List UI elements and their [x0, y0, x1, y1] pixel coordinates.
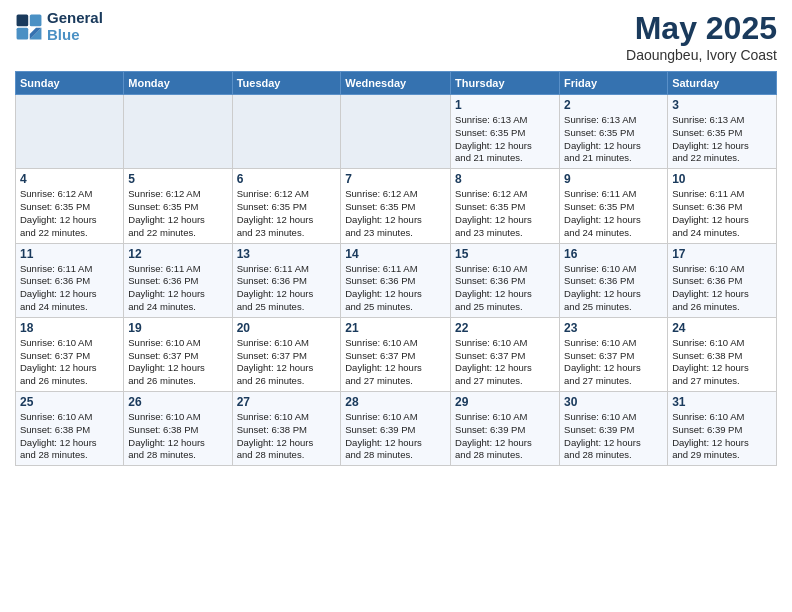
- cell-detail: Sunrise: 6:10 AM Sunset: 6:39 PM Dayligh…: [455, 411, 555, 462]
- day-number: 19: [128, 321, 227, 335]
- day-number: 3: [672, 98, 772, 112]
- cell-detail: Sunrise: 6:12 AM Sunset: 6:35 PM Dayligh…: [455, 188, 555, 239]
- calendar-cell: 24Sunrise: 6:10 AM Sunset: 6:38 PM Dayli…: [668, 317, 777, 391]
- cell-detail: Sunrise: 6:10 AM Sunset: 6:39 PM Dayligh…: [564, 411, 663, 462]
- day-number: 23: [564, 321, 663, 335]
- weekday-header-tuesday: Tuesday: [232, 72, 341, 95]
- day-number: 8: [455, 172, 555, 186]
- day-number: 12: [128, 247, 227, 261]
- calendar-cell: 20Sunrise: 6:10 AM Sunset: 6:37 PM Dayli…: [232, 317, 341, 391]
- calendar-cell: 6Sunrise: 6:12 AM Sunset: 6:35 PM Daylig…: [232, 169, 341, 243]
- day-number: 17: [672, 247, 772, 261]
- logo-icon: [15, 13, 43, 41]
- weekday-header-thursday: Thursday: [451, 72, 560, 95]
- calendar-cell: 28Sunrise: 6:10 AM Sunset: 6:39 PM Dayli…: [341, 392, 451, 466]
- weekday-header-saturday: Saturday: [668, 72, 777, 95]
- cell-detail: Sunrise: 6:10 AM Sunset: 6:39 PM Dayligh…: [345, 411, 446, 462]
- calendar-cell: [232, 95, 341, 169]
- day-number: 9: [564, 172, 663, 186]
- calendar-cell: [16, 95, 124, 169]
- day-number: 6: [237, 172, 337, 186]
- svg-rect-1: [30, 14, 42, 26]
- cell-detail: Sunrise: 6:11 AM Sunset: 6:36 PM Dayligh…: [20, 263, 119, 314]
- calendar-cell: 21Sunrise: 6:10 AM Sunset: 6:37 PM Dayli…: [341, 317, 451, 391]
- calendar-cell: 14Sunrise: 6:11 AM Sunset: 6:36 PM Dayli…: [341, 243, 451, 317]
- calendar-cell: 1Sunrise: 6:13 AM Sunset: 6:35 PM Daylig…: [451, 95, 560, 169]
- location: Daoungbeu, Ivory Coast: [626, 47, 777, 63]
- cell-detail: Sunrise: 6:10 AM Sunset: 6:38 PM Dayligh…: [128, 411, 227, 462]
- calendar-week-1: 1Sunrise: 6:13 AM Sunset: 6:35 PM Daylig…: [16, 95, 777, 169]
- calendar-cell: 15Sunrise: 6:10 AM Sunset: 6:36 PM Dayli…: [451, 243, 560, 317]
- day-number: 14: [345, 247, 446, 261]
- calendar-cell: 5Sunrise: 6:12 AM Sunset: 6:35 PM Daylig…: [124, 169, 232, 243]
- cell-detail: Sunrise: 6:11 AM Sunset: 6:36 PM Dayligh…: [672, 188, 772, 239]
- logo-text: General Blue: [47, 10, 103, 43]
- calendar-week-3: 11Sunrise: 6:11 AM Sunset: 6:36 PM Dayli…: [16, 243, 777, 317]
- cell-detail: Sunrise: 6:10 AM Sunset: 6:38 PM Dayligh…: [237, 411, 337, 462]
- cell-detail: Sunrise: 6:10 AM Sunset: 6:37 PM Dayligh…: [128, 337, 227, 388]
- day-number: 29: [455, 395, 555, 409]
- cell-detail: Sunrise: 6:11 AM Sunset: 6:36 PM Dayligh…: [345, 263, 446, 314]
- cell-detail: Sunrise: 6:10 AM Sunset: 6:39 PM Dayligh…: [672, 411, 772, 462]
- cell-detail: Sunrise: 6:10 AM Sunset: 6:38 PM Dayligh…: [672, 337, 772, 388]
- weekday-header-wednesday: Wednesday: [341, 72, 451, 95]
- day-number: 1: [455, 98, 555, 112]
- weekday-header-row: SundayMondayTuesdayWednesdayThursdayFrid…: [16, 72, 777, 95]
- calendar-cell: 23Sunrise: 6:10 AM Sunset: 6:37 PM Dayli…: [560, 317, 668, 391]
- cell-detail: Sunrise: 6:13 AM Sunset: 6:35 PM Dayligh…: [564, 114, 663, 165]
- calendar-cell: 25Sunrise: 6:10 AM Sunset: 6:38 PM Dayli…: [16, 392, 124, 466]
- cell-detail: Sunrise: 6:10 AM Sunset: 6:36 PM Dayligh…: [672, 263, 772, 314]
- calendar-cell: 12Sunrise: 6:11 AM Sunset: 6:36 PM Dayli…: [124, 243, 232, 317]
- calendar-cell: 13Sunrise: 6:11 AM Sunset: 6:36 PM Dayli…: [232, 243, 341, 317]
- cell-detail: Sunrise: 6:10 AM Sunset: 6:37 PM Dayligh…: [564, 337, 663, 388]
- cell-detail: Sunrise: 6:13 AM Sunset: 6:35 PM Dayligh…: [455, 114, 555, 165]
- calendar-cell: 30Sunrise: 6:10 AM Sunset: 6:39 PM Dayli…: [560, 392, 668, 466]
- day-number: 30: [564, 395, 663, 409]
- calendar-cell: 3Sunrise: 6:13 AM Sunset: 6:35 PM Daylig…: [668, 95, 777, 169]
- header: General Blue May 2025 Daoungbeu, Ivory C…: [15, 10, 777, 63]
- logo: General Blue: [15, 10, 103, 43]
- calendar-cell: 22Sunrise: 6:10 AM Sunset: 6:37 PM Dayli…: [451, 317, 560, 391]
- day-number: 4: [20, 172, 119, 186]
- day-number: 31: [672, 395, 772, 409]
- calendar-cell: 27Sunrise: 6:10 AM Sunset: 6:38 PM Dayli…: [232, 392, 341, 466]
- calendar-cell: [124, 95, 232, 169]
- cell-detail: Sunrise: 6:11 AM Sunset: 6:35 PM Dayligh…: [564, 188, 663, 239]
- cell-detail: Sunrise: 6:10 AM Sunset: 6:38 PM Dayligh…: [20, 411, 119, 462]
- calendar-cell: 7Sunrise: 6:12 AM Sunset: 6:35 PM Daylig…: [341, 169, 451, 243]
- day-number: 21: [345, 321, 446, 335]
- calendar-cell: 8Sunrise: 6:12 AM Sunset: 6:35 PM Daylig…: [451, 169, 560, 243]
- calendar-cell: 11Sunrise: 6:11 AM Sunset: 6:36 PM Dayli…: [16, 243, 124, 317]
- weekday-header-friday: Friday: [560, 72, 668, 95]
- day-number: 5: [128, 172, 227, 186]
- day-number: 7: [345, 172, 446, 186]
- day-number: 10: [672, 172, 772, 186]
- calendar-cell: 26Sunrise: 6:10 AM Sunset: 6:38 PM Dayli…: [124, 392, 232, 466]
- calendar-cell: 4Sunrise: 6:12 AM Sunset: 6:35 PM Daylig…: [16, 169, 124, 243]
- calendar-week-2: 4Sunrise: 6:12 AM Sunset: 6:35 PM Daylig…: [16, 169, 777, 243]
- cell-detail: Sunrise: 6:12 AM Sunset: 6:35 PM Dayligh…: [20, 188, 119, 239]
- weekday-header-sunday: Sunday: [16, 72, 124, 95]
- cell-detail: Sunrise: 6:10 AM Sunset: 6:37 PM Dayligh…: [345, 337, 446, 388]
- cell-detail: Sunrise: 6:12 AM Sunset: 6:35 PM Dayligh…: [237, 188, 337, 239]
- day-number: 26: [128, 395, 227, 409]
- cell-detail: Sunrise: 6:10 AM Sunset: 6:37 PM Dayligh…: [20, 337, 119, 388]
- cell-detail: Sunrise: 6:13 AM Sunset: 6:35 PM Dayligh…: [672, 114, 772, 165]
- cell-detail: Sunrise: 6:11 AM Sunset: 6:36 PM Dayligh…: [128, 263, 227, 314]
- day-number: 25: [20, 395, 119, 409]
- calendar-week-4: 18Sunrise: 6:10 AM Sunset: 6:37 PM Dayli…: [16, 317, 777, 391]
- day-number: 24: [672, 321, 772, 335]
- cell-detail: Sunrise: 6:12 AM Sunset: 6:35 PM Dayligh…: [345, 188, 446, 239]
- day-number: 28: [345, 395, 446, 409]
- cell-detail: Sunrise: 6:11 AM Sunset: 6:36 PM Dayligh…: [237, 263, 337, 314]
- calendar-table: SundayMondayTuesdayWednesdayThursdayFrid…: [15, 71, 777, 466]
- day-number: 18: [20, 321, 119, 335]
- day-number: 27: [237, 395, 337, 409]
- cell-detail: Sunrise: 6:10 AM Sunset: 6:37 PM Dayligh…: [237, 337, 337, 388]
- calendar-cell: [341, 95, 451, 169]
- day-number: 11: [20, 247, 119, 261]
- cell-detail: Sunrise: 6:10 AM Sunset: 6:36 PM Dayligh…: [564, 263, 663, 314]
- day-number: 15: [455, 247, 555, 261]
- day-number: 20: [237, 321, 337, 335]
- svg-rect-0: [17, 14, 29, 26]
